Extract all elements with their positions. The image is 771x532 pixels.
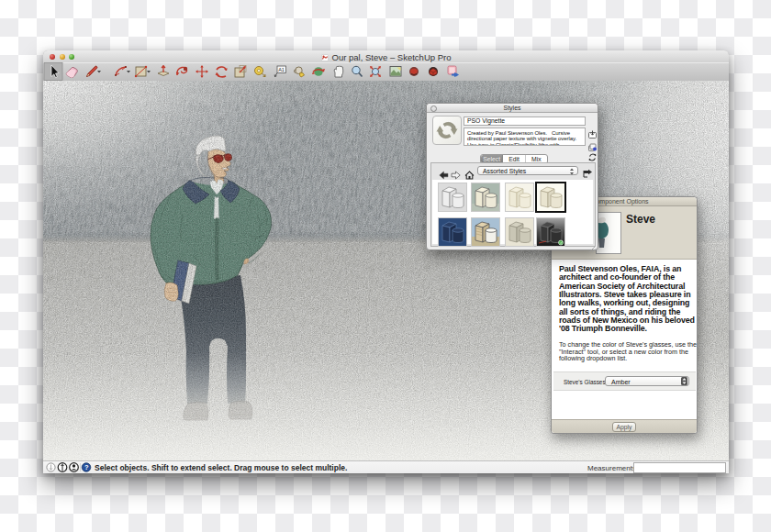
svg-text:?: ? [84,463,89,471]
svg-text:A1: A1 [278,67,285,72]
